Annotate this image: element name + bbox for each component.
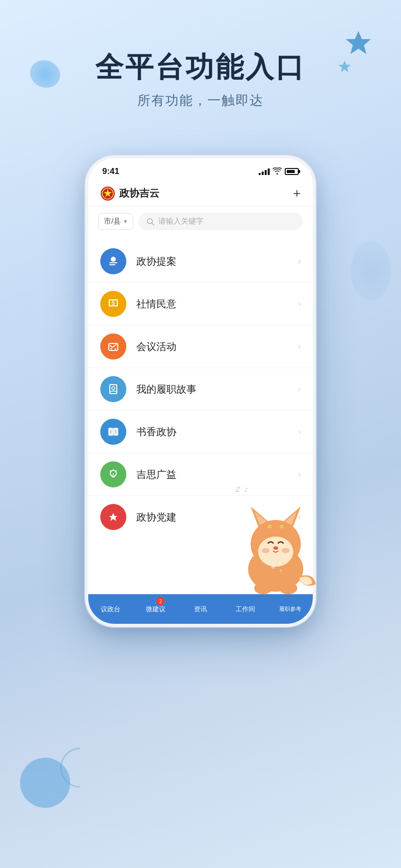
tab-label-yizheng: 议政台 [101,605,120,614]
arrow-icon: › [298,342,301,351]
meeting-icon [100,333,126,360]
tab-label-weijianyi: 微建议 [146,605,165,614]
svg-line-6 [152,223,154,225]
svg-point-43 [278,562,281,565]
svg-point-39 [280,525,284,529]
menu-label-book: 书香政协 [136,425,176,439]
wifi-icon [273,167,282,176]
signal-icon [259,168,270,175]
fox-mascot: z z [221,479,331,599]
tab-yizheng[interactable]: 议政台 [88,594,133,624]
svg-rect-9 [109,262,117,263]
arrow-icon: › [298,299,301,308]
hero-section: 全平台功能入口 所有功能，一触即达 [0,50,401,109]
svg-text:S: S [111,300,115,306]
arrow-icon: › [298,257,301,266]
svg-point-35 [273,547,278,550]
tab-label-lvzhi: 履职参考 [279,605,301,613]
fox-svg [221,479,331,599]
proposal-icon [100,248,126,274]
arrow-icon: › [298,470,301,479]
menu-label-proposal: 政协提案 [136,255,176,268]
svg-line-26 [116,471,117,472]
app-title-area: 政协吉云 [100,186,159,201]
svg-line-25 [110,471,111,472]
svg-rect-15 [110,385,117,394]
search-input[interactable]: 请输入关键字 [138,213,303,230]
main-title: 全平台功能入口 [0,50,401,84]
menu-item-meeting[interactable]: 会议活动 › [88,325,313,368]
app-header: 政协吉云 + [88,181,313,207]
svg-point-14 [115,349,116,350]
status-time: 9:41 [102,166,119,177]
battery-icon [285,168,299,175]
tab-zixun[interactable]: 资讯 [178,594,223,624]
sub-title: 所有功能，一触即达 [0,92,401,109]
idea-icon [100,461,126,487]
menu-item-duty[interactable]: 我的履职故事 › [88,368,313,411]
svg-point-16 [112,387,115,390]
menu-label-idea: 吉思广益 [136,468,176,481]
party-icon [100,504,126,530]
chevron-down-icon: ▼ [123,219,128,224]
svg-point-38 [268,525,272,529]
app-title: 政协吉云 [119,187,159,200]
menu-label-party: 政协党建 [136,510,176,524]
city-selector[interactable]: 市/县 ▼ [98,213,133,230]
menu-item-book[interactable]: 书香政协 › [88,411,313,453]
menu-label-social: 社情民意 [136,297,176,311]
phone-notch [168,158,233,172]
tab-label-zixun: 资讯 [194,605,207,614]
svg-rect-10 [109,264,115,265]
svg-point-37 [282,548,290,553]
search-icon [146,218,154,226]
svg-point-44 [280,570,282,572]
svg-point-41 [279,582,297,594]
search-placeholder: 请输入关键字 [158,217,204,226]
tab-label-gongjian: 工作间 [236,605,255,614]
search-area: 市/县 ▼ 请输入关键字 [88,207,313,236]
menu-item-social[interactable]: S 社情民意 › [88,283,313,325]
tab-weijianyi[interactable]: 2 微建议 [133,594,178,624]
social-icon: S [100,291,126,317]
city-label: 市/县 [104,217,121,226]
arrow-icon: › [298,427,301,436]
svg-point-8 [112,258,115,261]
svg-point-36 [262,548,270,553]
menu-item-proposal[interactable]: 政协提案 › [88,240,313,283]
svg-point-13 [111,349,112,350]
menu-label-duty: 我的履职故事 [136,383,196,396]
svg-point-42 [271,565,275,569]
arrow-icon: › [298,385,301,394]
svg-point-40 [254,582,272,594]
book-icon [100,419,126,445]
menu-label-meeting: 会议活动 [136,340,176,354]
duty-icon [100,376,126,402]
phone-mockup: 9:41 [85,155,316,627]
bg-decoration-blob2 [351,241,391,301]
app-logo-icon [100,186,115,201]
add-button[interactable]: + [293,186,301,201]
zzz-decoration: z z [236,484,248,494]
status-icons [259,167,299,176]
